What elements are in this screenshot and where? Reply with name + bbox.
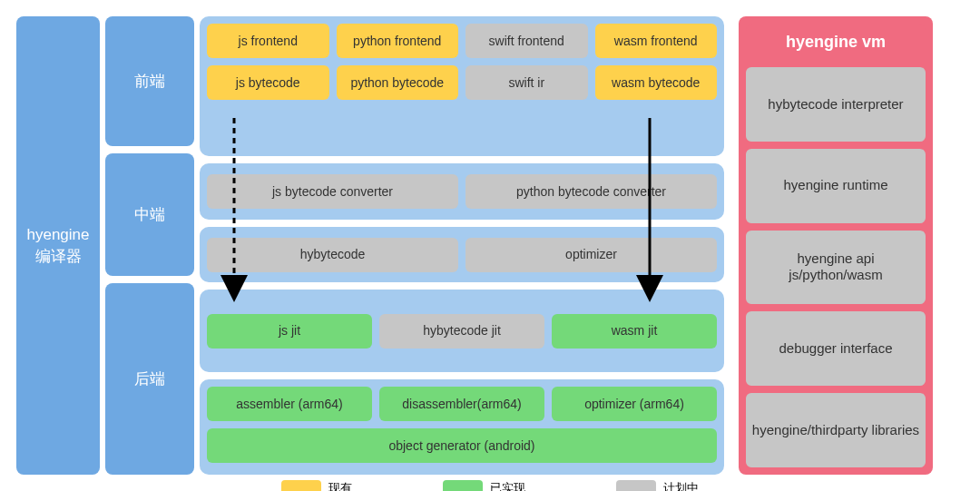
legend-item: 计划中 — [616, 480, 699, 491]
legend-swatch — [443, 480, 483, 491]
legend-item: 已实现 — [443, 480, 525, 491]
legend-label: 现有 — [328, 480, 352, 491]
diagram-card: swift ir — [466, 65, 588, 100]
compiler-title-l2: 编译器 — [35, 246, 82, 268]
diagram-card: js frontend — [207, 24, 329, 58]
diagram-card: optimizer (arm64) — [552, 387, 717, 421]
compiler-title-l1: hyengine — [26, 224, 89, 246]
middle-group-wrap: js bytecode converterpython bytecode con… — [200, 163, 724, 282]
backend-row3: object generator (android) — [207, 428, 717, 463]
diagram-card: wasm bytecode — [595, 65, 718, 100]
diagram-card: disassembler(arm64) — [379, 387, 544, 421]
legend-swatch — [281, 480, 321, 491]
stage-labels: 前端 中端 后端 — [105, 16, 194, 475]
legend: 现有已实现计划中 — [236, 480, 744, 491]
legend-swatch — [616, 480, 656, 491]
diagram-card: js jit — [207, 314, 372, 349]
diagram-card: python bytecode — [337, 65, 459, 100]
middle-row1: js bytecode converterpython bytecode con… — [207, 174, 717, 209]
frontend-row2: js bytecodepython bytecodeswift irwasm b… — [207, 65, 717, 100]
stage-backend: 后端 — [105, 283, 194, 475]
backend-group-b: assembler (arm64)disassembler(arm64)opti… — [200, 379, 724, 475]
diagram-card: python frontend — [337, 24, 459, 58]
content-column: js frontendpython frontendswift frontend… — [200, 16, 724, 475]
diagram-card: assembler (arm64) — [207, 387, 372, 421]
legend-label: 已实现 — [490, 480, 525, 491]
diagram-card: wasm frontend — [595, 24, 718, 58]
backend-group-wrap: js jithybytecode jitwasm jit assembler (… — [200, 290, 724, 475]
legend-item: 现有 — [281, 480, 352, 491]
compiler-pillar: hyengine 编译器 — [16, 16, 100, 475]
backend-row1: js jithybytecode jitwasm jit — [207, 314, 717, 349]
frontend-row1: js frontendpython frontendswift frontend… — [207, 24, 717, 58]
backend-row2: assembler (arm64)disassembler(arm64)opti… — [207, 387, 717, 421]
stage-middle: 中端 — [105, 153, 194, 277]
vm-item: hyengine/thirdparty libraries — [746, 393, 926, 467]
diagram-card: js bytecode converter — [207, 174, 458, 209]
diagram-card: object generator (android) — [207, 428, 717, 463]
vm-column: hyengine vm hybytecode interpreter hyeng… — [739, 16, 933, 475]
architecture-diagram: hyengine 编译器 前端 中端 后端 js frontendpython … — [16, 16, 964, 475]
vm-panel: hyengine vm hybytecode interpreter hyeng… — [739, 16, 933, 475]
middle-group-a: js bytecode converterpython bytecode con… — [200, 163, 724, 220]
diagram-card: optimizer — [466, 238, 717, 272]
vm-item: debugger interface — [746, 311, 926, 386]
legend-label: 计划中 — [663, 480, 699, 491]
diagram-card: hybytecode jit — [379, 314, 544, 349]
diagram-card: js bytecode — [207, 65, 329, 100]
diagram-card: swift frontend — [466, 24, 588, 58]
vm-title: hyengine vm — [746, 24, 926, 60]
diagram-card: hybytecode — [207, 238, 458, 272]
vm-item: hyengine runtime — [746, 149, 926, 223]
vm-item: hybytecode interpreter — [746, 67, 926, 142]
vm-item: hyengine api js/python/wasm — [746, 231, 926, 305]
middle-row2: hybytecodeoptimizer — [207, 238, 717, 272]
stage-frontend: 前端 — [105, 16, 194, 146]
diagram-card: python bytecode converter — [466, 174, 717, 209]
backend-group-a: js jithybytecode jitwasm jit — [200, 290, 724, 371]
diagram-card: wasm jit — [552, 314, 717, 349]
frontend-group: js frontendpython frontendswift frontend… — [200, 16, 724, 156]
middle-group-b: hybytecodeoptimizer — [200, 227, 724, 283]
